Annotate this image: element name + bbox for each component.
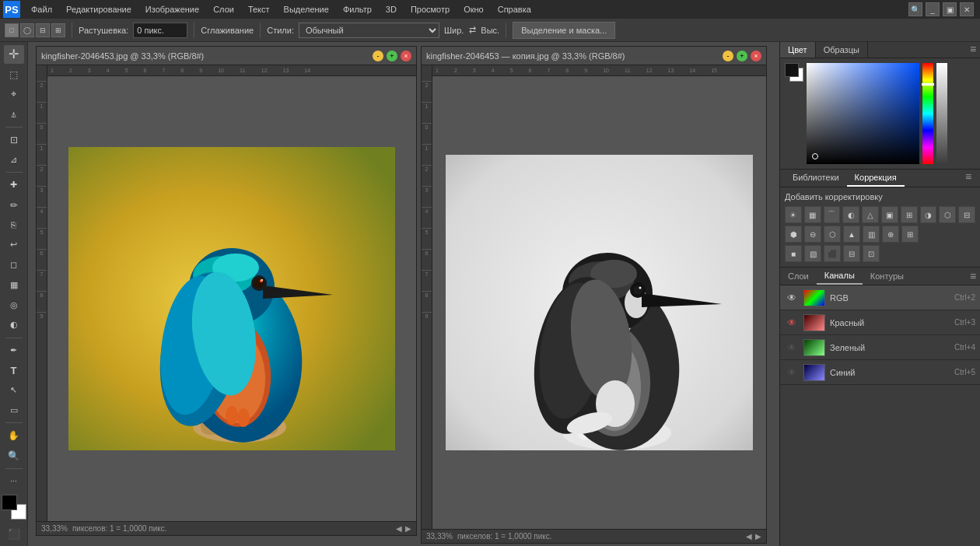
channel-blue[interactable]: 👁 Синий Ctrl+5 <box>780 360 980 385</box>
corr-unknown2[interactable]: ⊡ <box>863 245 880 262</box>
tab-libraries[interactable]: Библиотеки <box>785 170 847 187</box>
menu-selection[interactable]: Выделение <box>278 3 335 16</box>
menu-view[interactable]: Просмотр <box>404 3 456 16</box>
corr-gradient-map[interactable]: ▥ <box>863 226 880 243</box>
menu-filter[interactable]: Фильтр <box>337 3 378 16</box>
corr-threshold[interactable]: ▲ <box>843 226 860 243</box>
tool-blur[interactable]: ◎ <box>4 296 24 314</box>
tab-channels[interactable]: Каналы <box>817 268 863 285</box>
channel-blue-visibility[interactable]: 👁 <box>785 366 799 380</box>
tool-history-brush[interactable]: ↩ <box>4 236 24 254</box>
doc2-nav-prev[interactable]: ◀ <box>746 532 752 541</box>
menu-help[interactable]: Справка <box>492 3 537 16</box>
menu-text[interactable]: Текст <box>242 3 276 16</box>
tool-path-selection[interactable]: ↖ <box>4 381 24 400</box>
window-restore-icon[interactable]: ▣ <box>943 2 957 16</box>
doc2-close[interactable]: × <box>751 51 761 61</box>
menu-edit[interactable]: Редактирование <box>60 3 138 16</box>
tab-layers[interactable]: Слои <box>780 268 817 284</box>
fg-color-chip[interactable] <box>785 63 799 77</box>
tab-contours[interactable]: Контуры <box>863 268 912 284</box>
tool-marquee-single-col[interactable]: ⊞ <box>51 23 65 37</box>
tool-brush[interactable]: ✏ <box>4 196 24 215</box>
doc2-minimize[interactable]: - <box>723 51 733 61</box>
tool-crop[interactable]: ⊡ <box>4 131 24 149</box>
tool-pen[interactable]: ✒ <box>4 341 24 360</box>
tool-shape[interactable]: ▭ <box>4 401 24 420</box>
tool-hand[interactable]: ✋ <box>4 426 24 445</box>
doc2-canvas[interactable] <box>432 76 766 529</box>
channel-rgb-visibility[interactable]: 👁 <box>785 291 799 305</box>
channels-panel-menu[interactable]: ≡ <box>966 269 980 283</box>
style-select[interactable]: Обычный Фиксированное соотношение Фиксир… <box>299 23 439 38</box>
corr-exposure[interactable]: ◐ <box>842 206 859 223</box>
tool-healing[interactable]: ✚ <box>4 176 24 194</box>
corr-channel-mixer[interactable]: ⊟ <box>958 206 975 223</box>
corr-bw[interactable]: ◑ <box>920 206 937 223</box>
doc2-nav-next[interactable]: ▶ <box>755 532 761 541</box>
corr-hsl[interactable]: ▣ <box>881 206 898 223</box>
tool-clone[interactable]: ⎘ <box>4 215 24 234</box>
corr-pattern[interactable]: ⬛ <box>824 245 841 262</box>
tool-move[interactable]: ✛ <box>4 45 24 64</box>
tool-eyedropper[interactable]: ⊿ <box>4 150 24 169</box>
corr-grid[interactable]: ⊞ <box>901 226 919 243</box>
corr-gradient2[interactable]: ▧ <box>804 245 821 262</box>
channel-red-visibility[interactable]: 👁 <box>785 316 799 330</box>
corr-photo-filter[interactable]: ⬡ <box>939 206 956 223</box>
tool-text[interactable]: T <box>4 361 24 380</box>
menu-3d[interactable]: 3D <box>380 3 403 16</box>
doc1-canvas[interactable] <box>47 76 416 521</box>
menu-image[interactable]: Изображение <box>139 3 205 16</box>
tool-more[interactable]: ··· <box>4 472 24 491</box>
doc1-nav-next[interactable]: ▶ <box>405 524 411 533</box>
swap-wh-icon[interactable]: ⇄ <box>468 23 476 38</box>
search-icon[interactable]: 🔍 <box>908 2 922 16</box>
tool-marquee-rect[interactable]: □ <box>5 23 19 37</box>
tool-zoom[interactable]: 🔍 <box>4 446 24 465</box>
doc1-nav-prev[interactable]: ◀ <box>396 524 402 533</box>
rasterization-input[interactable] <box>133 23 187 38</box>
doc1-maximize[interactable]: + <box>387 51 397 61</box>
channel-red[interactable]: 👁 Красный Ctrl+3 <box>780 310 980 335</box>
tab-color[interactable]: Цвет <box>780 42 816 58</box>
corr-selective-color[interactable]: ⊕ <box>882 226 899 243</box>
selection-mask-button[interactable]: Выделение и маска... <box>513 22 615 39</box>
tool-gradient[interactable]: ▦ <box>4 276 24 295</box>
hue-slider[interactable] <box>922 63 933 164</box>
doc1-minimize[interactable]: - <box>373 51 383 61</box>
corr-invert[interactable]: ⊖ <box>804 226 821 243</box>
tab-swatches[interactable]: Образцы <box>816 42 868 58</box>
menu-window[interactable]: Окно <box>457 3 490 16</box>
opacity-slider[interactable] <box>936 63 947 164</box>
tool-magic-wand[interactable]: ⍋ <box>4 105 24 124</box>
color-gradient-picker[interactable] <box>807 63 919 164</box>
tool-marquee-single-row[interactable]: ⊟ <box>36 23 50 37</box>
corr-brightness[interactable]: ☀ <box>785 206 802 223</box>
tab-correction[interactable]: Коррекция <box>847 170 905 187</box>
channel-green-visibility[interactable]: 👁 <box>785 341 799 355</box>
doc1-close[interactable]: × <box>401 51 411 61</box>
window-close-icon[interactable]: ✕ <box>960 2 974 16</box>
corr-levels[interactable]: ▦ <box>804 206 821 223</box>
corr-curves[interactable]: ⌒ <box>824 206 841 223</box>
channel-rgb[interactable]: 👁 RGB Ctrl+2 <box>780 285 980 310</box>
corr-vibrance[interactable]: △ <box>862 206 879 223</box>
correction-panel-menu[interactable]: ≡ <box>961 170 975 184</box>
tool-lasso[interactable]: ⌖ <box>4 85 24 103</box>
corr-posterize[interactable]: ⬡ <box>824 226 841 243</box>
tool-quick-mask[interactable]: ⬛ <box>4 524 24 543</box>
window-minimize-icon[interactable]: _ <box>926 2 940 16</box>
menu-layers[interactable]: Слои <box>207 3 240 16</box>
tool-marquee-ellipse[interactable]: ◯ <box>20 23 34 37</box>
color-panel-menu[interactable]: ≡ <box>966 42 980 56</box>
menu-file[interactable]: Файл <box>25 3 58 16</box>
corr-solid[interactable]: ■ <box>785 245 802 262</box>
foreground-color-swatch[interactable] <box>2 495 17 510</box>
corr-color-lookup[interactable]: ⬢ <box>785 226 802 243</box>
corr-unknown1[interactable]: ⊟ <box>843 245 860 262</box>
tool-marquee[interactable]: ⬚ <box>4 65 24 84</box>
channel-green[interactable]: 👁 Зеленый Ctrl+4 <box>780 335 980 360</box>
doc2-maximize[interactable]: + <box>737 51 747 61</box>
tool-eraser[interactable]: ◻ <box>4 256 24 275</box>
